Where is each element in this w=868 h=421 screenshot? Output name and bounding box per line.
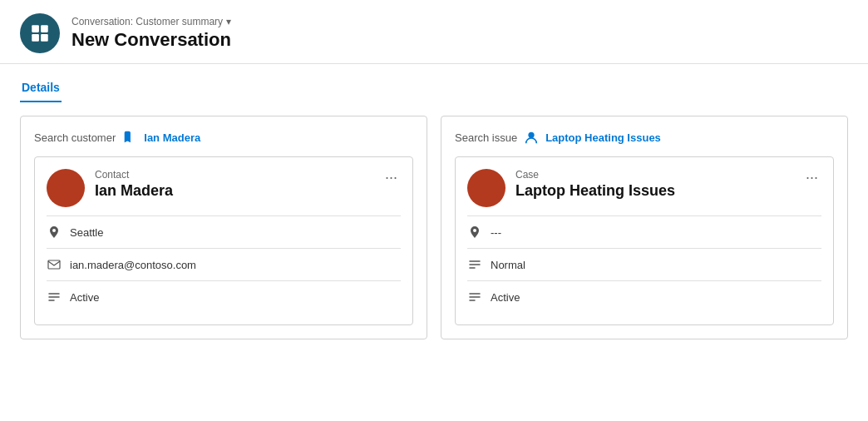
customer-status-value: Active bbox=[70, 291, 99, 304]
subtitle-text: Conversation: Customer summary bbox=[72, 16, 223, 27]
priority-icon bbox=[467, 257, 482, 272]
tab-details[interactable]: Details bbox=[20, 74, 62, 102]
issue-card-type: Case bbox=[515, 169, 802, 181]
customer-card: Contact Ian Madera ··· Seattle bbox=[34, 156, 413, 325]
tabs-bar: Details bbox=[0, 64, 868, 102]
customer-location-value: Seattle bbox=[70, 226, 103, 239]
issue-search-row: Search issue Laptop Heating Issues bbox=[455, 130, 834, 145]
header-subtitle: Conversation: Customer summary ▾ bbox=[72, 16, 231, 27]
issue-avatar bbox=[467, 169, 506, 207]
svg-point-5 bbox=[529, 132, 535, 138]
email-icon bbox=[47, 257, 62, 272]
issue-search-label: Search issue bbox=[455, 131, 517, 144]
app-icon bbox=[20, 13, 60, 53]
header: Conversation: Customer summary ▾ New Con… bbox=[0, 0, 868, 64]
issue-status-icon bbox=[467, 290, 482, 305]
customer-card-type: Contact bbox=[95, 169, 382, 181]
header-title: New Conversation bbox=[72, 29, 231, 51]
issue-id-value: --- bbox=[491, 226, 501, 239]
customer-search-value[interactable]: Ian Madera bbox=[144, 131, 200, 144]
svg-rect-3 bbox=[41, 34, 48, 42]
issue-card-menu[interactable]: ··· bbox=[802, 169, 821, 186]
location-icon bbox=[47, 225, 62, 240]
issue-card-rows: --- Normal bbox=[467, 215, 821, 313]
customer-card-menu[interactable]: ··· bbox=[382, 169, 401, 186]
issue-priority-value: Normal bbox=[491, 259, 525, 271]
customer-avatar bbox=[47, 169, 85, 207]
customer-email-value: ian.madera@contoso.com bbox=[70, 259, 196, 271]
svg-rect-2 bbox=[32, 34, 39, 42]
customer-location-row: Seattle bbox=[47, 216, 401, 249]
issue-status-row: Active bbox=[467, 281, 821, 313]
customer-panel: Search customer Ian Madera Contact Ian M… bbox=[20, 116, 427, 339]
issue-search-icon[interactable] bbox=[524, 130, 539, 145]
issue-title-block: Case Laptop Heating Issues bbox=[515, 169, 802, 200]
issue-priority-row: Normal bbox=[467, 249, 821, 281]
svg-rect-0 bbox=[32, 25, 39, 32]
customer-title-block: Contact Ian Madera bbox=[95, 169, 382, 200]
customer-status-row: Active bbox=[47, 281, 401, 313]
customer-card-header: Contact Ian Madera ··· bbox=[47, 169, 401, 207]
customer-search-label: Search customer bbox=[34, 131, 116, 144]
issue-status-value: Active bbox=[491, 291, 520, 304]
chevron-icon[interactable]: ▾ bbox=[226, 16, 231, 27]
customer-search-row: Search customer Ian Madera bbox=[34, 130, 413, 145]
customer-search-icon[interactable] bbox=[122, 130, 137, 145]
issue-card-name: Laptop Heating Issues bbox=[515, 182, 802, 200]
customer-email-row: ian.madera@contoso.com bbox=[47, 249, 401, 281]
header-text: Conversation: Customer summary ▾ New Con… bbox=[72, 16, 231, 51]
issue-card: Case Laptop Heating Issues ··· --- bbox=[455, 156, 834, 325]
issue-card-header: Case Laptop Heating Issues ··· bbox=[467, 169, 821, 207]
customer-card-rows: Seattle ian.madera@contoso.com bbox=[47, 215, 401, 313]
svg-rect-4 bbox=[48, 260, 60, 269]
customer-card-name: Ian Madera bbox=[95, 182, 382, 200]
status-icon bbox=[47, 290, 62, 305]
issue-search-value[interactable]: Laptop Heating Issues bbox=[545, 131, 661, 144]
main-content: Search customer Ian Madera Contact Ian M… bbox=[0, 102, 868, 353]
issue-panel: Search issue Laptop Heating Issues Case … bbox=[441, 116, 848, 339]
svg-rect-1 bbox=[41, 25, 48, 32]
id-icon bbox=[467, 225, 482, 240]
issue-id-row: --- bbox=[467, 216, 821, 249]
